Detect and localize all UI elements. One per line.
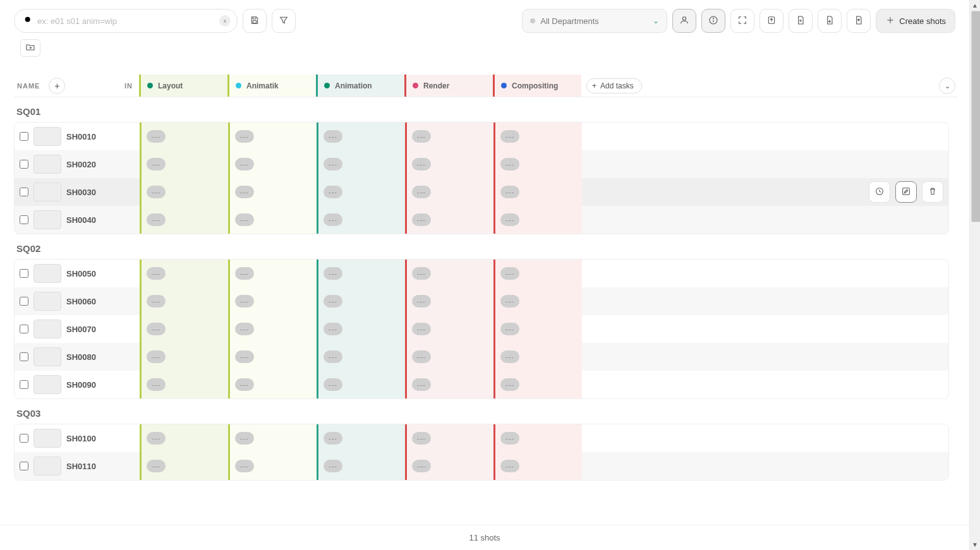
task-cell[interactable]: --- <box>317 178 405 206</box>
status-pill[interactable]: --- <box>324 295 342 308</box>
task-cell[interactable]: --- <box>317 424 405 452</box>
task-cell[interactable]: --- <box>405 260 493 287</box>
status-pill[interactable]: --- <box>235 323 254 335</box>
status-pill[interactable]: --- <box>235 295 254 308</box>
task-cell[interactable]: --- <box>493 150 582 178</box>
table-row[interactable]: SH0020--------------- <box>15 150 948 178</box>
task-cell[interactable]: --- <box>493 178 582 206</box>
task-column-header[interactable]: Animation <box>316 75 404 97</box>
status-pill[interactable]: --- <box>147 432 166 445</box>
task-cell[interactable]: --- <box>140 178 228 206</box>
task-cell[interactable]: --- <box>493 424 582 452</box>
task-cell[interactable]: --- <box>493 452 582 480</box>
task-cell[interactable]: --- <box>317 452 405 480</box>
create-shots-button[interactable]: Create shots <box>876 9 955 33</box>
table-row[interactable]: SH0100--------------- <box>15 424 948 452</box>
status-pill[interactable]: --- <box>235 267 254 280</box>
status-pill[interactable]: --- <box>412 323 431 335</box>
info-toggle[interactable] <box>701 9 725 33</box>
row-checkbox[interactable] <box>20 215 28 224</box>
shot-thumbnail[interactable] <box>33 429 61 448</box>
row-checkbox[interactable] <box>20 325 28 333</box>
status-pill[interactable]: --- <box>412 213 431 226</box>
task-cell[interactable]: --- <box>228 452 317 480</box>
edit-button[interactable] <box>895 181 917 203</box>
table-row[interactable]: SH0090--------------- <box>15 371 948 398</box>
shot-thumbnail[interactable] <box>33 210 61 229</box>
search-clear-button[interactable]: x <box>219 15 231 27</box>
task-cell[interactable]: --- <box>317 371 405 398</box>
status-pill[interactable]: --- <box>324 323 342 335</box>
status-pill[interactable]: --- <box>235 130 254 143</box>
status-pill[interactable]: --- <box>324 267 342 280</box>
task-cell[interactable]: --- <box>228 260 317 287</box>
status-pill[interactable]: --- <box>324 130 342 143</box>
task-cell[interactable]: --- <box>405 424 493 452</box>
row-checkbox[interactable] <box>20 462 28 470</box>
add-tasks-button[interactable]: + Add tasks <box>586 78 642 93</box>
table-row[interactable]: SH0010--------------- <box>15 123 948 150</box>
task-column-header[interactable]: Animatik <box>227 75 316 97</box>
table-row[interactable]: SH0070--------------- <box>15 315 948 343</box>
status-pill[interactable]: --- <box>412 350 431 363</box>
status-pill[interactable]: --- <box>235 460 254 472</box>
task-column-header[interactable]: Layout <box>139 75 227 97</box>
task-cell[interactable]: --- <box>317 206 405 234</box>
search-input[interactable] <box>33 16 219 26</box>
task-cell[interactable]: --- <box>405 206 493 234</box>
status-pill[interactable]: --- <box>412 267 431 280</box>
expand-button[interactable] <box>730 9 754 33</box>
sequence-label[interactable]: SQ01 <box>14 97 949 122</box>
shot-thumbnail[interactable] <box>33 320 61 338</box>
filter-button[interactable] <box>272 9 296 33</box>
row-checkbox[interactable] <box>20 269 28 278</box>
task-cell[interactable]: --- <box>140 343 228 371</box>
status-pill[interactable]: --- <box>235 213 254 226</box>
task-cell[interactable]: --- <box>405 178 493 206</box>
shot-thumbnail[interactable] <box>33 127 61 146</box>
task-cell[interactable]: --- <box>228 424 317 452</box>
status-pill[interactable]: --- <box>147 323 166 335</box>
task-cell[interactable]: --- <box>228 178 317 206</box>
collapse-columns-button[interactable]: ⌄ <box>939 78 955 94</box>
status-pill[interactable]: --- <box>412 460 431 472</box>
department-select[interactable]: All Departments ⌄ <box>522 9 667 33</box>
task-cell[interactable]: --- <box>140 371 228 398</box>
task-cell[interactable]: --- <box>228 343 317 371</box>
task-cell[interactable]: --- <box>317 150 405 178</box>
status-pill[interactable]: --- <box>412 378 431 391</box>
status-pill[interactable]: --- <box>500 213 519 226</box>
table-row[interactable]: SH0110--------------- <box>15 452 948 480</box>
task-cell[interactable]: --- <box>405 287 493 315</box>
delete-button[interactable] <box>922 181 943 203</box>
history-button[interactable] <box>869 181 890 203</box>
task-cell[interactable]: --- <box>493 371 582 398</box>
status-pill[interactable]: --- <box>324 158 342 170</box>
status-pill[interactable]: --- <box>500 432 519 445</box>
task-cell[interactable]: --- <box>493 260 582 287</box>
table-row[interactable]: SH0040--------------- <box>15 206 948 234</box>
task-cell[interactable]: --- <box>140 315 228 343</box>
sequence-label[interactable]: SQ02 <box>14 234 949 259</box>
status-pill[interactable]: --- <box>324 378 342 391</box>
status-pill[interactable]: --- <box>147 186 166 198</box>
status-pill[interactable]: --- <box>147 378 166 391</box>
shot-thumbnail[interactable] <box>33 375 61 394</box>
status-pill[interactable]: --- <box>147 213 166 226</box>
status-pill[interactable]: --- <box>500 460 519 472</box>
status-pill[interactable]: --- <box>412 130 431 143</box>
task-cell[interactable]: --- <box>228 206 317 234</box>
row-checkbox[interactable] <box>20 132 28 141</box>
status-pill[interactable]: --- <box>324 213 342 226</box>
task-cell[interactable]: --- <box>228 371 317 398</box>
task-cell[interactable]: --- <box>228 315 317 343</box>
task-cell[interactable]: --- <box>140 150 228 178</box>
status-pill[interactable]: --- <box>235 378 254 391</box>
task-cell[interactable]: --- <box>493 287 582 315</box>
task-cell[interactable]: --- <box>405 150 493 178</box>
task-cell[interactable]: --- <box>140 452 228 480</box>
status-pill[interactable]: --- <box>500 295 519 308</box>
status-pill[interactable]: --- <box>412 158 431 170</box>
task-cell[interactable]: --- <box>140 424 228 452</box>
status-pill[interactable]: --- <box>147 158 166 170</box>
